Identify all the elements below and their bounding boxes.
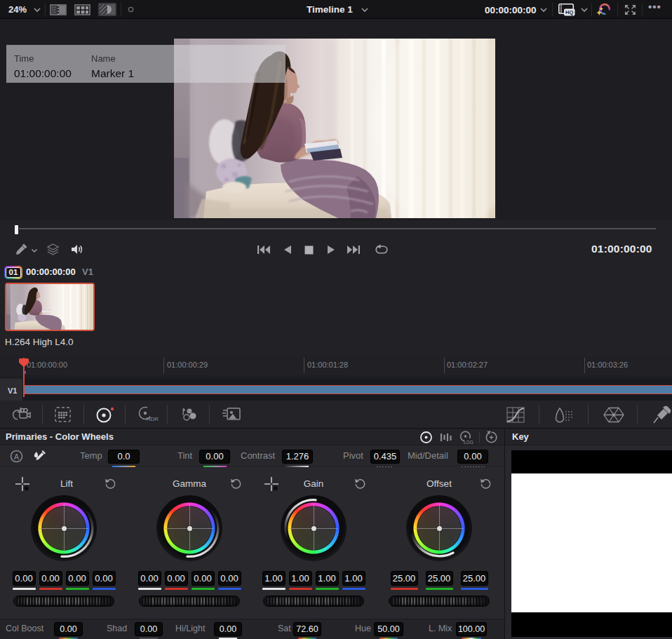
svg-text:HDR: HDR [147,416,159,422]
svg-text:A: A [14,452,19,461]
svg-text:HQ: HQ [565,9,573,15]
svg-text:LOG: LOG [464,440,473,445]
